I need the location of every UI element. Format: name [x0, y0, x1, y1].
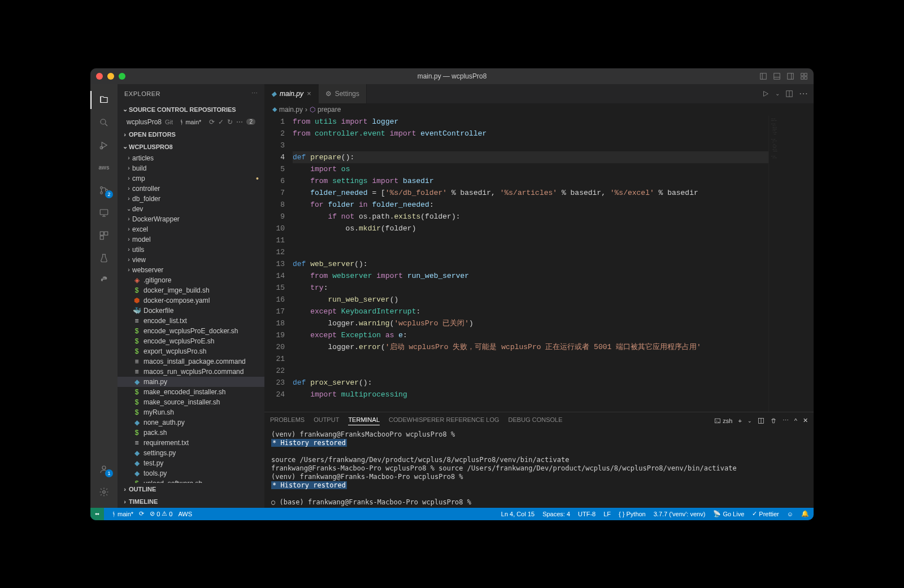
- folder-item[interactable]: ›articles: [118, 153, 264, 163]
- code-content[interactable]: from utils import loggerfrom controller.…: [293, 116, 768, 412]
- customize-layout-icon[interactable]: [800, 72, 808, 80]
- status-encoding[interactable]: UTF-8: [578, 511, 596, 517]
- editor-more-icon[interactable]: ⋯: [799, 88, 808, 99]
- panel-tab[interactable]: TERMINAL: [348, 416, 380, 425]
- kill-terminal-icon[interactable]: [770, 417, 777, 424]
- breadcrumb[interactable]: ◆ main.py › ⬡ prepare: [264, 103, 814, 116]
- file-item[interactable]: ◆main.py: [118, 377, 264, 387]
- run-dropdown-icon[interactable]: ⌄: [775, 90, 780, 97]
- testing-activity[interactable]: [90, 247, 118, 269]
- accounts-activity[interactable]: 1: [90, 458, 118, 481]
- file-item[interactable]: $docker_imge_build.sh: [118, 285, 264, 295]
- section-source-control[interactable]: ⌄ SOURCE CONTROL REPOSITORIES: [118, 103, 264, 116]
- folder-item[interactable]: ›webserver: [118, 265, 264, 275]
- file-item[interactable]: ◆none_auth.py: [118, 417, 264, 428]
- repo-more-icon[interactable]: ⋯: [236, 118, 243, 126]
- split-editor-icon[interactable]: [785, 90, 793, 98]
- section-timeline[interactable]: › TIMELINE: [118, 495, 264, 508]
- folder-item[interactable]: ›cmp•: [118, 173, 264, 184]
- new-terminal-icon[interactable]: +: [738, 417, 741, 424]
- section-open-editors[interactable]: › OPEN EDITORS: [118, 128, 264, 141]
- file-item[interactable]: $encode_wcplusProE_docker.sh: [118, 326, 264, 336]
- folder-item[interactable]: ›controller: [118, 184, 264, 194]
- folder-item[interactable]: ›db_folder: [118, 194, 264, 204]
- aws-activity[interactable]: aws: [90, 156, 118, 179]
- status-problems[interactable]: ⊘ 0 ⚠ 0: [150, 510, 172, 517]
- sync-icon[interactable]: ⟳: [209, 118, 215, 126]
- file-item[interactable]: ⬢docker-compose.yaml: [118, 295, 264, 306]
- python-env-activity[interactable]: [90, 269, 118, 292]
- close-tab-icon[interactable]: ×: [307, 89, 311, 98]
- section-project[interactable]: ⌄ WCPLUSPRO8: [118, 141, 264, 153]
- file-item[interactable]: $myRun.sh: [118, 407, 264, 417]
- settings-activity[interactable]: [90, 481, 118, 503]
- layout-sidebar-left-icon[interactable]: [759, 72, 767, 80]
- file-item[interactable]: $make_source_installer.sh: [118, 397, 264, 407]
- panel-tab[interactable]: DEBUG CONSOLE: [508, 416, 563, 425]
- panel-more-icon[interactable]: ⋯: [783, 417, 789, 424]
- file-item[interactable]: ≡macos_install_package.command: [118, 356, 264, 367]
- search-activity[interactable]: [90, 111, 118, 134]
- code-editor[interactable]: 123456789101112131415161718192021222324 …: [264, 116, 814, 412]
- minimize-window-button[interactable]: [107, 73, 114, 80]
- folder-item[interactable]: ›utils: [118, 245, 264, 255]
- repo-row[interactable]: wcplusPro8 Git ᚬ main* ⟳ ✓ ↻ ⋯ 2: [118, 116, 264, 128]
- terminal-dropdown-icon[interactable]: ⌄: [747, 418, 752, 424]
- file-item[interactable]: ◆tools.py: [118, 468, 264, 478]
- close-window-button[interactable]: [96, 73, 103, 80]
- folder-item[interactable]: ›DockerWrapper: [118, 214, 264, 224]
- panel-tab[interactable]: CODEWHISPERER REFERENCE LOG: [389, 416, 499, 425]
- remote-explorer-activity[interactable]: [90, 202, 118, 224]
- status-golive[interactable]: 📡 Go Live: [713, 510, 744, 517]
- file-item[interactable]: $make_encoded_installer.sh: [118, 387, 264, 397]
- file-tree[interactable]: ›articles›build›cmp•›controller›db_folde…: [118, 153, 264, 483]
- file-item[interactable]: ≡requirement.txt: [118, 438, 264, 448]
- panel-tab[interactable]: PROBLEMS: [270, 416, 305, 425]
- remote-indicator[interactable]: [90, 508, 104, 520]
- refresh-icon[interactable]: ↻: [227, 118, 233, 126]
- status-prettier[interactable]: ✓ Prettier: [752, 510, 779, 517]
- file-item[interactable]: ◆test.py: [118, 458, 264, 468]
- editor-tab[interactable]: ◆main.py×: [264, 84, 319, 103]
- folder-item[interactable]: ›model: [118, 234, 264, 245]
- editor-tab[interactable]: ⚙Settings: [319, 84, 367, 103]
- source-control-activity[interactable]: 2: [90, 179, 118, 202]
- status-indentation[interactable]: Spaces: 4: [542, 511, 570, 517]
- file-item[interactable]: ◆settings.py: [118, 448, 264, 458]
- file-item[interactable]: $encode_wcplusProE.sh: [118, 336, 264, 346]
- folder-item[interactable]: ›view: [118, 255, 264, 265]
- status-branch[interactable]: ᚬ main*: [112, 511, 133, 517]
- status-notifications-icon[interactable]: 🔔: [801, 510, 809, 517]
- file-item[interactable]: ≡macos_run_wcplusPro.command: [118, 367, 264, 377]
- status-eol[interactable]: LF: [603, 511, 611, 517]
- maximize-window-button[interactable]: [119, 73, 125, 80]
- status-feedback-icon[interactable]: ☺: [787, 511, 793, 517]
- file-item[interactable]: $upload_software.sh: [118, 478, 264, 483]
- layout-panel-icon[interactable]: [773, 72, 781, 80]
- file-item[interactable]: 🐳Dockerfile: [118, 306, 264, 316]
- commit-icon[interactable]: ✓: [218, 118, 224, 126]
- run-debug-activity[interactable]: [90, 134, 118, 156]
- file-item[interactable]: ≡encode_list.txt: [118, 316, 264, 326]
- terminal-shell-select[interactable]: zsh: [714, 417, 732, 424]
- folder-item[interactable]: ›build: [118, 163, 264, 173]
- extensions-activity[interactable]: [90, 224, 118, 247]
- sidebar-more-icon[interactable]: ⋯: [251, 90, 258, 97]
- section-outline[interactable]: › OUTLINE: [118, 483, 264, 495]
- status-aws[interactable]: AWS: [178, 511, 192, 517]
- status-sync[interactable]: ⟳: [139, 510, 144, 517]
- file-item[interactable]: $export_wcplusPro.sh: [118, 346, 264, 356]
- maximize-panel-icon[interactable]: ^: [794, 417, 797, 424]
- layout-sidebar-right-icon[interactable]: [786, 72, 794, 80]
- split-terminal-icon[interactable]: [758, 417, 764, 424]
- minimap[interactable]: ▬▬▬ ▬▬▬▬▬▬ ▬▬▬▬▬ ▬▬▬ ▬▬ ▬ ▬▬▬ ▬▬ ▬▬▬▬▬▬ …: [768, 116, 814, 412]
- file-item[interactable]: $pack.sh: [118, 428, 264, 438]
- close-panel-icon[interactable]: ✕: [803, 417, 808, 424]
- status-interpreter[interactable]: 3.7.7 ('venv': venv): [654, 511, 706, 517]
- folder-item[interactable]: ⌄dev: [118, 204, 264, 214]
- folder-item[interactable]: ›excel: [118, 224, 264, 234]
- explorer-activity[interactable]: [90, 89, 118, 111]
- run-file-icon[interactable]: [762, 90, 770, 98]
- terminal-content[interactable]: (venv) frankwang@FranksMacbooPro wcplusP…: [264, 429, 814, 508]
- panel-tab[interactable]: OUTPUT: [314, 416, 339, 425]
